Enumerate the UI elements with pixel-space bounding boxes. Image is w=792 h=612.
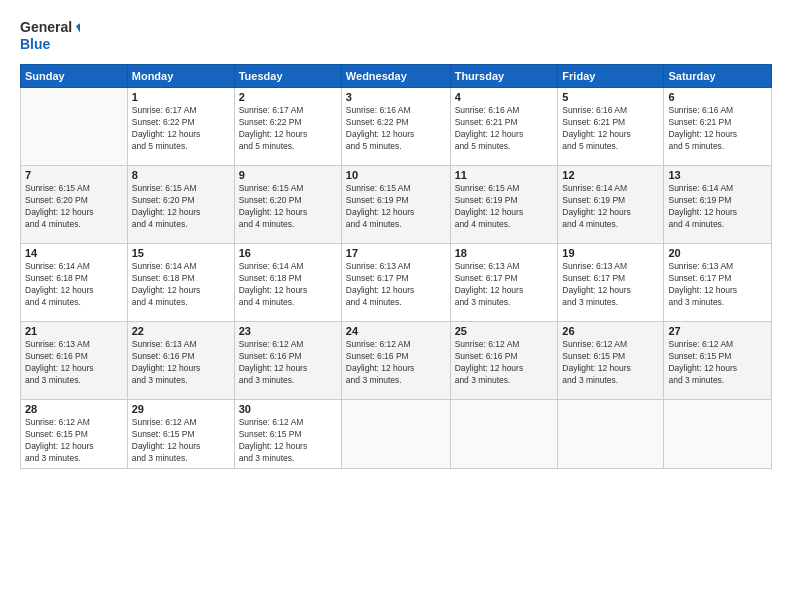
calendar-cell: 26Sunrise: 6:12 AMSunset: 6:15 PMDayligh… bbox=[558, 322, 664, 400]
day-number: 10 bbox=[346, 169, 446, 181]
header-cell-saturday: Saturday bbox=[664, 65, 772, 88]
calendar-cell: 13Sunrise: 6:14 AMSunset: 6:19 PMDayligh… bbox=[664, 166, 772, 244]
day-number: 8 bbox=[132, 169, 230, 181]
day-info: Sunrise: 6:12 AMSunset: 6:15 PMDaylight:… bbox=[668, 339, 767, 387]
day-info: Sunrise: 6:16 AMSunset: 6:22 PMDaylight:… bbox=[346, 105, 446, 153]
calendar-cell: 4Sunrise: 6:16 AMSunset: 6:21 PMDaylight… bbox=[450, 88, 558, 166]
day-number: 2 bbox=[239, 91, 337, 103]
day-info: Sunrise: 6:13 AMSunset: 6:17 PMDaylight:… bbox=[668, 261, 767, 309]
calendar-cell: 11Sunrise: 6:15 AMSunset: 6:19 PMDayligh… bbox=[450, 166, 558, 244]
calendar-cell: 19Sunrise: 6:13 AMSunset: 6:17 PMDayligh… bbox=[558, 244, 664, 322]
day-info: Sunrise: 6:12 AMSunset: 6:16 PMDaylight:… bbox=[239, 339, 337, 387]
svg-text:Blue: Blue bbox=[20, 36, 51, 52]
day-number: 23 bbox=[239, 325, 337, 337]
header-row: SundayMondayTuesdayWednesdayThursdayFrid… bbox=[21, 65, 772, 88]
day-info: Sunrise: 6:14 AMSunset: 6:19 PMDaylight:… bbox=[562, 183, 659, 231]
day-number: 11 bbox=[455, 169, 554, 181]
day-number: 25 bbox=[455, 325, 554, 337]
header-cell-friday: Friday bbox=[558, 65, 664, 88]
day-info: Sunrise: 6:13 AMSunset: 6:17 PMDaylight:… bbox=[562, 261, 659, 309]
week-row-1: 7Sunrise: 6:15 AMSunset: 6:20 PMDaylight… bbox=[21, 166, 772, 244]
day-info: Sunrise: 6:17 AMSunset: 6:22 PMDaylight:… bbox=[239, 105, 337, 153]
day-number: 14 bbox=[25, 247, 123, 259]
calendar-cell: 24Sunrise: 6:12 AMSunset: 6:16 PMDayligh… bbox=[341, 322, 450, 400]
day-info: Sunrise: 6:13 AMSunset: 6:16 PMDaylight:… bbox=[25, 339, 123, 387]
calendar-cell: 30Sunrise: 6:12 AMSunset: 6:15 PMDayligh… bbox=[234, 400, 341, 469]
calendar-cell: 21Sunrise: 6:13 AMSunset: 6:16 PMDayligh… bbox=[21, 322, 128, 400]
week-row-2: 14Sunrise: 6:14 AMSunset: 6:18 PMDayligh… bbox=[21, 244, 772, 322]
header-cell-tuesday: Tuesday bbox=[234, 65, 341, 88]
day-number: 15 bbox=[132, 247, 230, 259]
calendar-cell bbox=[450, 400, 558, 469]
day-number: 24 bbox=[346, 325, 446, 337]
day-number: 19 bbox=[562, 247, 659, 259]
page: General Blue SundayMondayTuesdayWednesda… bbox=[0, 0, 792, 612]
day-number: 21 bbox=[25, 325, 123, 337]
svg-marker-2 bbox=[76, 22, 80, 36]
calendar-cell: 12Sunrise: 6:14 AMSunset: 6:19 PMDayligh… bbox=[558, 166, 664, 244]
day-number: 7 bbox=[25, 169, 123, 181]
calendar-cell: 6Sunrise: 6:16 AMSunset: 6:21 PMDaylight… bbox=[664, 88, 772, 166]
calendar-cell: 17Sunrise: 6:13 AMSunset: 6:17 PMDayligh… bbox=[341, 244, 450, 322]
logo-svg: General Blue bbox=[20, 16, 80, 54]
calendar-cell: 16Sunrise: 6:14 AMSunset: 6:18 PMDayligh… bbox=[234, 244, 341, 322]
day-info: Sunrise: 6:13 AMSunset: 6:17 PMDaylight:… bbox=[346, 261, 446, 309]
calendar-cell: 9Sunrise: 6:15 AMSunset: 6:20 PMDaylight… bbox=[234, 166, 341, 244]
header-cell-wednesday: Wednesday bbox=[341, 65, 450, 88]
day-info: Sunrise: 6:13 AMSunset: 6:16 PMDaylight:… bbox=[132, 339, 230, 387]
day-number: 9 bbox=[239, 169, 337, 181]
day-number: 22 bbox=[132, 325, 230, 337]
day-number: 18 bbox=[455, 247, 554, 259]
calendar-cell: 5Sunrise: 6:16 AMSunset: 6:21 PMDaylight… bbox=[558, 88, 664, 166]
calendar-table: SundayMondayTuesdayWednesdayThursdayFrid… bbox=[20, 64, 772, 469]
calendar-cell bbox=[341, 400, 450, 469]
day-info: Sunrise: 6:15 AMSunset: 6:20 PMDaylight:… bbox=[25, 183, 123, 231]
calendar-cell: 29Sunrise: 6:12 AMSunset: 6:15 PMDayligh… bbox=[127, 400, 234, 469]
day-number: 12 bbox=[562, 169, 659, 181]
day-number: 13 bbox=[668, 169, 767, 181]
day-number: 6 bbox=[668, 91, 767, 103]
day-info: Sunrise: 6:15 AMSunset: 6:19 PMDaylight:… bbox=[455, 183, 554, 231]
calendar-cell: 22Sunrise: 6:13 AMSunset: 6:16 PMDayligh… bbox=[127, 322, 234, 400]
header: General Blue bbox=[20, 16, 772, 54]
calendar-cell bbox=[21, 88, 128, 166]
logo: General Blue bbox=[20, 16, 80, 54]
day-number: 27 bbox=[668, 325, 767, 337]
day-info: Sunrise: 6:12 AMSunset: 6:15 PMDaylight:… bbox=[239, 417, 337, 465]
calendar-cell: 2Sunrise: 6:17 AMSunset: 6:22 PMDaylight… bbox=[234, 88, 341, 166]
week-row-4: 28Sunrise: 6:12 AMSunset: 6:15 PMDayligh… bbox=[21, 400, 772, 469]
day-number: 5 bbox=[562, 91, 659, 103]
day-info: Sunrise: 6:16 AMSunset: 6:21 PMDaylight:… bbox=[455, 105, 554, 153]
day-info: Sunrise: 6:14 AMSunset: 6:18 PMDaylight:… bbox=[25, 261, 123, 309]
day-info: Sunrise: 6:12 AMSunset: 6:15 PMDaylight:… bbox=[562, 339, 659, 387]
day-info: Sunrise: 6:16 AMSunset: 6:21 PMDaylight:… bbox=[562, 105, 659, 153]
day-info: Sunrise: 6:14 AMSunset: 6:19 PMDaylight:… bbox=[668, 183, 767, 231]
day-info: Sunrise: 6:15 AMSunset: 6:20 PMDaylight:… bbox=[239, 183, 337, 231]
day-info: Sunrise: 6:13 AMSunset: 6:17 PMDaylight:… bbox=[455, 261, 554, 309]
calendar-cell: 14Sunrise: 6:14 AMSunset: 6:18 PMDayligh… bbox=[21, 244, 128, 322]
day-number: 30 bbox=[239, 403, 337, 415]
calendar-cell bbox=[664, 400, 772, 469]
day-number: 17 bbox=[346, 247, 446, 259]
week-row-3: 21Sunrise: 6:13 AMSunset: 6:16 PMDayligh… bbox=[21, 322, 772, 400]
day-number: 1 bbox=[132, 91, 230, 103]
day-info: Sunrise: 6:14 AMSunset: 6:18 PMDaylight:… bbox=[239, 261, 337, 309]
header-cell-thursday: Thursday bbox=[450, 65, 558, 88]
day-info: Sunrise: 6:15 AMSunset: 6:20 PMDaylight:… bbox=[132, 183, 230, 231]
week-row-0: 1Sunrise: 6:17 AMSunset: 6:22 PMDaylight… bbox=[21, 88, 772, 166]
day-info: Sunrise: 6:12 AMSunset: 6:16 PMDaylight:… bbox=[346, 339, 446, 387]
day-number: 20 bbox=[668, 247, 767, 259]
calendar-cell: 20Sunrise: 6:13 AMSunset: 6:17 PMDayligh… bbox=[664, 244, 772, 322]
day-info: Sunrise: 6:14 AMSunset: 6:18 PMDaylight:… bbox=[132, 261, 230, 309]
calendar-cell: 10Sunrise: 6:15 AMSunset: 6:19 PMDayligh… bbox=[341, 166, 450, 244]
day-number: 4 bbox=[455, 91, 554, 103]
header-cell-sunday: Sunday bbox=[21, 65, 128, 88]
calendar-cell: 25Sunrise: 6:12 AMSunset: 6:16 PMDayligh… bbox=[450, 322, 558, 400]
calendar-cell bbox=[558, 400, 664, 469]
header-cell-monday: Monday bbox=[127, 65, 234, 88]
day-info: Sunrise: 6:16 AMSunset: 6:21 PMDaylight:… bbox=[668, 105, 767, 153]
day-info: Sunrise: 6:12 AMSunset: 6:15 PMDaylight:… bbox=[25, 417, 123, 465]
day-number: 28 bbox=[25, 403, 123, 415]
day-number: 16 bbox=[239, 247, 337, 259]
day-info: Sunrise: 6:17 AMSunset: 6:22 PMDaylight:… bbox=[132, 105, 230, 153]
